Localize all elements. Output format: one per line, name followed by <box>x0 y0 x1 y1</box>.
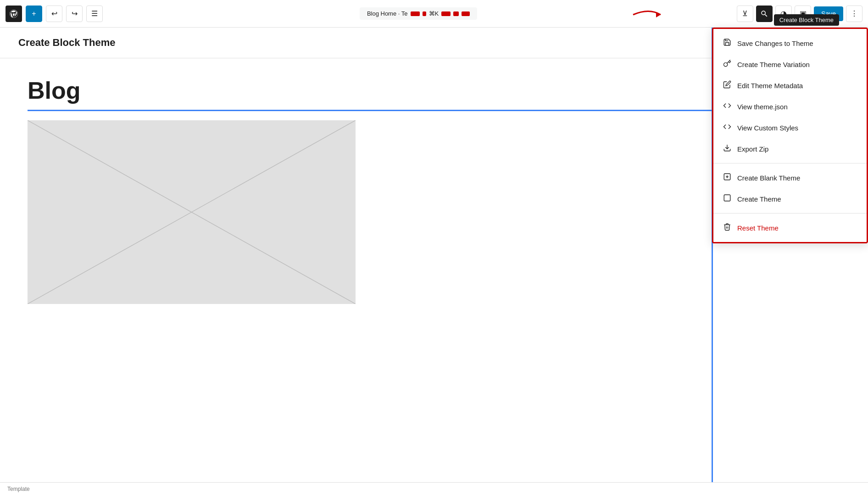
zoom-out-button[interactable]: ⊻ <box>737 6 753 22</box>
create-variation-item[interactable]: Create Theme Variation <box>713 54 867 75</box>
plugin-button[interactable] <box>756 6 773 22</box>
placeholder-image <box>28 120 356 304</box>
status-label: Template <box>7 486 30 492</box>
variation-icon <box>723 59 732 69</box>
create-blank-theme-label: Create Blank Theme <box>737 174 800 182</box>
tooltip-label: Create Block Theme <box>774 14 839 26</box>
undo-button[interactable]: ↩ <box>46 6 62 22</box>
create-blank-theme-item[interactable]: Create Blank Theme <box>713 167 867 188</box>
code-icon-2 <box>723 123 732 133</box>
edit-metadata-item[interactable]: Edit Theme Metadata <box>713 75 867 96</box>
divider-2 <box>713 213 867 214</box>
dropdown-panel: Create Block Theme Save Changes to Theme… <box>712 28 868 243</box>
view-theme-json-label: View theme.json <box>737 103 788 111</box>
list-view-button[interactable]: ☰ <box>86 6 103 22</box>
more-options-button[interactable]: ⋮ <box>846 6 862 22</box>
add-button[interactable]: + <box>26 6 42 22</box>
red-arrow <box>631 6 668 24</box>
save-changes-label: Save Changes to Theme <box>737 39 813 47</box>
create-theme-icon <box>723 194 732 204</box>
save-icon <box>723 38 732 48</box>
svg-rect-9 <box>724 195 730 201</box>
create-variation-label: Create Theme Variation <box>737 61 810 68</box>
redacted-4 <box>453 11 459 16</box>
export-zip-item[interactable]: Export Zip <box>713 138 867 159</box>
create-theme-item[interactable]: Create Theme <box>713 188 867 209</box>
edit-metadata-label: Edit Theme Metadata <box>737 82 803 90</box>
save-changes-item[interactable]: Save Changes to Theme <box>713 33 867 54</box>
create-theme-label: Create Theme <box>737 195 781 203</box>
breadcrumb-text: Blog Home · Te <box>367 10 408 17</box>
status-bar: Template <box>0 482 868 495</box>
reset-theme-label: Reset Theme <box>737 224 779 232</box>
blank-theme-icon <box>723 173 732 183</box>
reset-theme-item[interactable]: Reset Theme <box>713 217 867 238</box>
code-icon-1 <box>723 101 732 112</box>
breadcrumb-sep: ⌘K <box>429 10 439 17</box>
divider-1 <box>713 163 867 163</box>
view-custom-styles-label: View Custom Styles <box>737 124 798 132</box>
redacted-3 <box>441 11 451 16</box>
view-custom-styles-item[interactable]: View Custom Styles <box>713 117 867 138</box>
breadcrumb[interactable]: Blog Home · Te ⌘K <box>360 7 477 20</box>
redacted-5 <box>462 11 470 16</box>
view-theme-json-item[interactable]: View theme.json <box>713 96 867 117</box>
export-zip-label: Export Zip <box>737 145 768 153</box>
toolbar: + ↩ ↪ ☰ Blog Home · Te ⌘K ⊻ ◑ ▣ <box>0 0 868 28</box>
main-area: Create Block Theme Sample Page Blog Crea… <box>0 28 868 482</box>
trash-icon <box>723 223 732 233</box>
download-icon <box>723 144 732 154</box>
page-title: Create Block Theme <box>18 37 116 49</box>
edit-icon <box>723 80 732 90</box>
redacted-2 <box>423 11 426 16</box>
wp-logo[interactable] <box>6 6 22 22</box>
redacted-1 <box>411 11 420 16</box>
redo-button[interactable]: ↪ <box>66 6 83 22</box>
